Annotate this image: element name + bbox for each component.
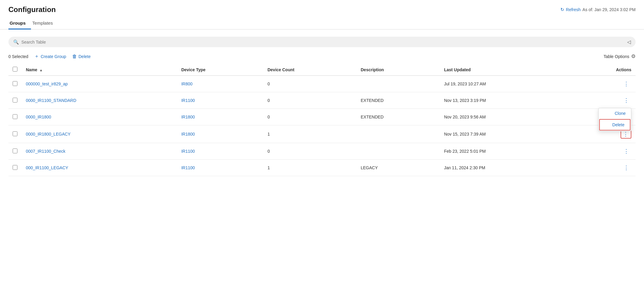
row-description-cell: [357, 125, 440, 143]
row-checkbox-cell: [8, 76, 22, 92]
row-device-type-cell: IR1100: [177, 92, 263, 109]
row-name-link[interactable]: 0000_IR1800_LEGACY: [26, 132, 71, 136]
table-row: 000_IR1100_LEGACY IR1100 1 LEGACY Jan 11…: [8, 160, 636, 176]
row-checkbox[interactable]: [13, 149, 17, 153]
table-row: 0007_IR1100_Check IR1100 0 Feb 23, 2022 …: [8, 143, 636, 160]
main-content: 🔍 ◁ 0 Selected ＋ Create Group 🗑 Delete T…: [0, 29, 644, 183]
delete-button[interactable]: 🗑 Delete: [72, 54, 90, 59]
search-icon: 🔍: [13, 39, 19, 45]
groups-table: Name ▲ Device Type Device Count Descript…: [8, 64, 636, 176]
sort-arrow: ▲: [39, 68, 43, 72]
row-device-count-cell: 1: [263, 160, 357, 176]
gear-icon: ⚙: [631, 53, 636, 60]
row-checkbox[interactable]: [13, 131, 17, 136]
row-name-cell: 0000_IR1800: [22, 109, 177, 125]
tab-templates[interactable]: Templates: [31, 17, 58, 29]
header-name: Name ▲: [22, 64, 177, 76]
row-name-link[interactable]: 0000_IR1800: [26, 115, 51, 119]
table-row: 0000_IR1800 IR1800 0 EXTENDED Nov 20, 20…: [8, 109, 636, 125]
row-actions-cell: ⋮: [573, 76, 636, 92]
row-last-updated-cell: Nov 20, 2023 9:56 AM: [440, 109, 573, 125]
row-name-cell: 0000_IR1100_STANDARD: [22, 92, 177, 109]
actions-dots-button[interactable]: ⋮: [622, 80, 631, 88]
row-checkbox-cell: [8, 92, 22, 109]
filter-icon[interactable]: ◁: [627, 39, 631, 45]
table-options[interactable]: Table Options ⚙: [603, 53, 636, 60]
row-device-type-link[interactable]: IR800: [181, 81, 192, 86]
row-name-cell: 000_IR1100_LEGACY: [22, 160, 177, 176]
refresh-icon: ↻: [560, 7, 564, 12]
header-right: ↻ Refresh As of: Jan 29, 2024 3:02 PM: [560, 7, 636, 12]
row-description-cell: [357, 143, 440, 160]
actions-dropdown-menu: Clone Delete: [598, 108, 631, 131]
row-name-cell: 000000_test_ir829_ap: [22, 76, 177, 92]
header-description: Description: [357, 64, 440, 76]
toolbar: 0 Selected ＋ Create Group 🗑 Delete Table…: [8, 53, 636, 60]
table-row: 000000_test_ir829_ap IR800 0 Jul 19, 202…: [8, 76, 636, 92]
selected-count: 0 Selected: [8, 54, 28, 59]
tabs: Groups Templates: [0, 17, 644, 29]
row-device-type-cell: IR1100: [177, 160, 263, 176]
row-device-type-link[interactable]: IR1800: [181, 115, 195, 119]
row-device-type-cell: IR1800: [177, 125, 263, 143]
row-last-updated-cell: Jul 19, 2023 10:27 AM: [440, 76, 573, 92]
row-name-link[interactable]: 000000_test_ir829_ap: [26, 81, 68, 86]
row-device-type-link[interactable]: IR1100: [181, 98, 195, 103]
row-checkbox[interactable]: [13, 81, 17, 86]
header-checkbox-col: [8, 64, 22, 76]
create-group-button[interactable]: ＋ Create Group: [34, 53, 66, 60]
trash-icon: 🗑: [72, 54, 77, 59]
row-name-link[interactable]: 0007_IR1100_Check: [26, 149, 66, 154]
row-checkbox[interactable]: [13, 114, 17, 119]
row-last-updated-cell: Feb 23, 2022 5:01 PM: [440, 143, 573, 160]
table-row: 0000_IR1800_LEGACY IR1800 1 Nov 15, 2023…: [8, 125, 636, 143]
as-of-text: As of: Jan 29, 2024 3:02 PM: [582, 7, 636, 12]
row-last-updated-cell: Jan 11, 2024 2:30 PM: [440, 160, 573, 176]
header-device-type: Device Type: [177, 64, 263, 76]
row-last-updated-cell: Nov 15, 2023 7:39 AM: [440, 125, 573, 143]
clone-menu-item[interactable]: Clone: [599, 108, 631, 118]
row-checkbox-cell: [8, 125, 22, 143]
header-device-count: Device Count: [263, 64, 357, 76]
row-device-type-link[interactable]: IR1100: [181, 149, 195, 154]
row-name-cell: 0007_IR1100_Check: [22, 143, 177, 160]
select-all-checkbox[interactable]: [13, 67, 17, 72]
search-bar: 🔍 ◁: [8, 37, 636, 47]
row-device-type-link[interactable]: IR1100: [181, 165, 195, 170]
row-name-link[interactable]: 000_IR1100_LEGACY: [26, 165, 68, 170]
search-input[interactable]: [21, 40, 625, 44]
row-device-type-cell: IR1100: [177, 143, 263, 160]
actions-dots-button[interactable]: ⋮: [622, 147, 631, 155]
toolbar-left: 0 Selected ＋ Create Group 🗑 Delete: [8, 53, 90, 60]
row-checkbox[interactable]: [13, 165, 17, 170]
tab-groups[interactable]: Groups: [8, 17, 31, 29]
table-row: 0000_IR1100_STANDARD IR1100 0 EXTENDED N…: [8, 92, 636, 109]
actions-dropdown-container: ⋮ Clone Delete: [622, 97, 631, 104]
row-device-type-cell: IR800: [177, 76, 263, 92]
refresh-button[interactable]: ↻ Refresh: [560, 7, 581, 12]
row-description-cell: EXTENDED: [357, 109, 440, 125]
row-checkbox-cell: [8, 160, 22, 176]
row-last-updated-cell: Nov 13, 2023 3:19 PM: [440, 92, 573, 109]
row-device-type-link[interactable]: IR1800: [181, 132, 195, 136]
row-actions-cell: ⋮ Clone Delete: [573, 92, 636, 109]
row-name-cell: 0000_IR1800_LEGACY: [22, 125, 177, 143]
row-device-count-cell: 0: [263, 143, 357, 160]
row-description-cell: EXTENDED: [357, 92, 440, 109]
actions-dots-button[interactable]: ⋮: [622, 164, 631, 172]
delete-menu-item[interactable]: Delete: [599, 119, 630, 130]
row-actions-cell: ⋮: [573, 160, 636, 176]
table-header-row: Name ▲ Device Type Device Count Descript…: [8, 64, 636, 76]
actions-dots-button[interactable]: ⋮: [622, 97, 631, 104]
row-checkbox[interactable]: [13, 98, 17, 103]
row-device-count-cell: 0: [263, 109, 357, 125]
row-description-cell: [357, 76, 440, 92]
header: Configuration ↻ Refresh As of: Jan 29, 2…: [0, 0, 644, 17]
header-actions: Actions: [573, 64, 636, 76]
row-name-link[interactable]: 0000_IR1100_STANDARD: [26, 98, 76, 103]
row-device-count-cell: 0: [263, 92, 357, 109]
row-device-type-cell: IR1800: [177, 109, 263, 125]
row-device-count-cell: 0: [263, 76, 357, 92]
page-title: Configuration: [8, 5, 56, 14]
row-checkbox-cell: [8, 109, 22, 125]
